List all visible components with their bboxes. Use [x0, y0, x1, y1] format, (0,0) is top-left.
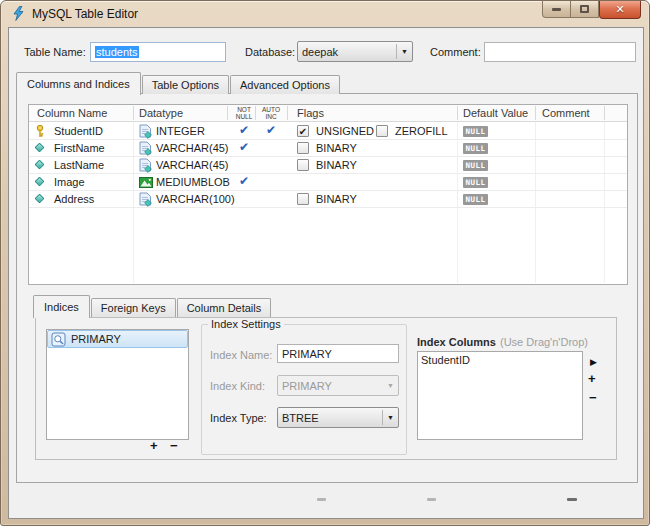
database-label: Database:: [245, 46, 295, 58]
flag-label: ZEROFILL: [395, 125, 448, 137]
table-row[interactable]: Address VARCHAR(100) BINARY NULL: [29, 191, 627, 208]
not-null-check-icon[interactable]: ✔: [232, 140, 256, 154]
header-flags: Flags: [297, 107, 324, 119]
minimize-icon: [552, 8, 561, 11]
maximize-icon: [580, 5, 589, 13]
add-column-button[interactable]: +: [588, 373, 596, 385]
chevron-down-icon: ▼: [387, 414, 394, 421]
table-row[interactable]: StudentID INTEGER ✔ ✔ ✔ UNSIGNED ZEROFIL…: [29, 123, 627, 140]
binary-checkbox[interactable]: [297, 193, 309, 205]
bottom-mark: [427, 498, 436, 501]
column-diamond-icon: [33, 141, 48, 156]
column-diamond-icon: [33, 192, 48, 207]
index-kind-label: Index Kind:: [210, 380, 265, 392]
header-not-null: NOTNULL: [231, 106, 257, 120]
index-type-label: Index Type:: [210, 412, 267, 424]
default-value-badge[interactable]: NULL: [463, 160, 488, 171]
database-value: deepak: [302, 46, 396, 58]
table-row[interactable]: Image MEDIUMBLOB ✔ NULL: [29, 174, 627, 191]
bottom-mark: [567, 498, 577, 501]
unsigned-checkbox[interactable]: ✔: [297, 125, 309, 137]
maximize-button[interactable]: [571, 1, 599, 18]
index-name-label: Index Name:: [210, 349, 272, 361]
dropdown-separator: [382, 410, 383, 425]
header-auto-inc: AUTOINC: [258, 106, 284, 120]
column-diamond-icon: [33, 158, 48, 173]
table-row[interactable]: LastName VARCHAR(45) BINARY NULL: [29, 157, 627, 174]
binary-checkbox[interactable]: [297, 142, 309, 154]
column-name-cell: FirstName: [54, 142, 105, 154]
blob-type-icon: [139, 175, 153, 192]
table-name-input[interactable]: students: [90, 42, 226, 62]
default-value-badge[interactable]: NULL: [463, 126, 488, 137]
tab-advanced-options[interactable]: Advanced Options: [230, 75, 340, 94]
remove-index-button[interactable]: −: [170, 440, 178, 452]
mysql-table-editor-window: MySQL Table Editor ✕ Table Name: student…: [0, 0, 650, 526]
column-name-cell: Address: [54, 193, 94, 205]
tab-foreign-keys[interactable]: Foreign Keys: [91, 298, 176, 317]
chevron-down-icon: ▼: [387, 382, 394, 389]
mysql-bolt-icon: [11, 6, 26, 21]
index-type-dropdown[interactable]: BTREE ▼: [277, 407, 399, 428]
columns-and-indices-page: Column Name Datatype NOTNULL AUTOINC Fla…: [16, 93, 638, 483]
flag-label: UNSIGNED: [316, 125, 374, 137]
column-diamond-icon: [33, 175, 48, 190]
index-columns-listbox[interactable]: StudentID: [417, 351, 583, 440]
titlebar[interactable]: MySQL Table Editor ✕: [1, 1, 649, 27]
default-value-badge[interactable]: NULL: [463, 143, 488, 154]
index-icon: [51, 332, 66, 347]
remove-column-button[interactable]: −: [589, 392, 597, 404]
index-column-name: StudentID: [421, 354, 470, 366]
table-row[interactable]: FirstName VARCHAR(45) ✔ BINARY NULL: [29, 140, 627, 157]
datatype-cell: INTEGER: [156, 125, 205, 137]
tab-table-options[interactable]: Table Options: [142, 75, 229, 94]
auto-inc-check-icon[interactable]: ✔: [259, 123, 283, 137]
index-settings-group: Index Settings Index Name: PRIMARY Index…: [201, 324, 407, 455]
index-columns-label: Index Columns: [417, 336, 496, 348]
column-name-cell: Image: [54, 176, 85, 188]
index-type-value: BTREE: [282, 412, 382, 424]
bottom-mark: [317, 498, 326, 501]
header-default-value: Default Value: [463, 107, 528, 119]
tab-indices[interactable]: Indices: [33, 295, 90, 318]
datatype-cell: VARCHAR(45): [156, 159, 229, 171]
datatype-cell: VARCHAR(45): [156, 142, 229, 154]
comment-input[interactable]: [484, 42, 636, 62]
flag-label: BINARY: [316, 193, 357, 205]
tab-columns-and-indices[interactable]: Columns and Indices: [16, 72, 141, 95]
binary-checkbox[interactable]: [297, 159, 309, 171]
flag-label: BINARY: [316, 159, 357, 171]
table-name-label: Table Name:: [24, 46, 86, 58]
list-item[interactable]: StudentID: [418, 352, 582, 368]
header-comment: Comment: [542, 107, 590, 119]
window-title: MySQL Table Editor: [32, 7, 138, 21]
header-column-name: Column Name: [37, 107, 107, 119]
header-datatype: Datatype: [139, 107, 183, 119]
zerofill-checkbox[interactable]: [376, 125, 388, 137]
default-value-badge[interactable]: NULL: [463, 177, 488, 188]
dropdown-separator: [396, 44, 397, 59]
columns-grid: Column Name Datatype NOTNULL AUTOINC Fla…: [28, 104, 628, 285]
database-dropdown[interactable]: deepak ▼: [297, 41, 413, 62]
numeric-type-icon: [139, 124, 152, 141]
indices-listbox[interactable]: PRIMARY: [46, 329, 189, 440]
index-kind-dropdown[interactable]: PRIMARY ▼: [277, 375, 399, 396]
not-null-check-icon[interactable]: ✔: [232, 174, 256, 188]
comment-label: Comment:: [430, 46, 481, 58]
varchar-type-icon: [139, 141, 152, 158]
tab-column-details[interactable]: Column Details: [177, 298, 272, 317]
column-name-cell: LastName: [54, 159, 104, 171]
expand-arrow-button[interactable]: ▶: [590, 356, 597, 368]
default-value-badge[interactable]: NULL: [463, 194, 488, 205]
window-controls: ✕: [542, 1, 641, 19]
add-index-button[interactable]: +: [150, 440, 158, 452]
flag-label: BINARY: [316, 142, 357, 154]
list-item[interactable]: PRIMARY: [47, 330, 188, 348]
datatype-cell: MEDIUMBLOB: [156, 176, 230, 188]
index-name-input[interactable]: PRIMARY: [277, 344, 399, 363]
minimize-button[interactable]: [542, 1, 571, 18]
grid-header: Column Name Datatype NOTNULL AUTOINC Fla…: [29, 105, 627, 122]
index-name: PRIMARY: [71, 333, 121, 345]
close-button[interactable]: ✕: [599, 1, 641, 19]
not-null-check-icon[interactable]: ✔: [232, 123, 256, 137]
